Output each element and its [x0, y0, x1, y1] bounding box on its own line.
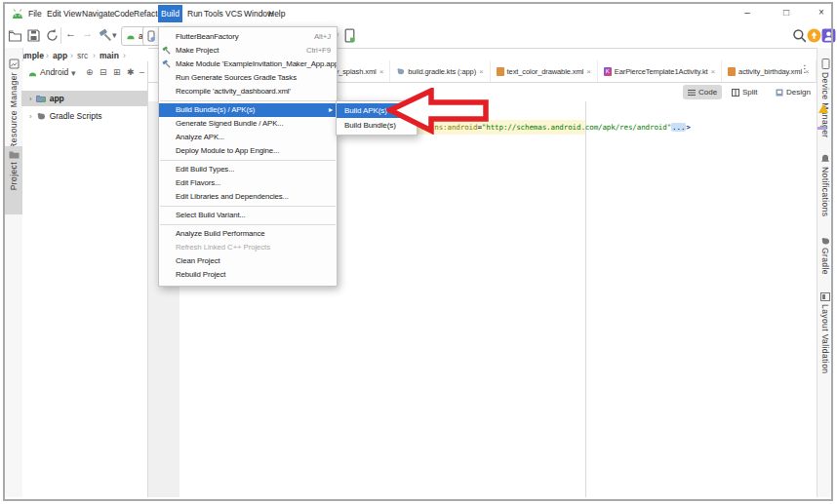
menu-item-label: Run Generate Sources Gradle Tasks [176, 73, 297, 82]
view-mode-code[interactable]: Code [683, 85, 722, 99]
tool-window-resource-manager[interactable]: Resource Manager [5, 58, 22, 149]
save-icon[interactable] [26, 28, 41, 43]
menu-item-edit-flavors[interactable]: Edit Flavors... [159, 176, 337, 190]
tree-row-gradle-scripts[interactable]: › Gradle Scripts [21, 108, 147, 124]
device-manager-icon [821, 58, 830, 69]
forward-arrow-icon[interactable]: → [82, 27, 93, 39]
tab-overflow-menu-icon[interactable]: ⋮ [800, 63, 810, 74]
android-studio-window: { "titlebar": { "menus": ["File","Edit",… [0, 0, 837, 504]
breadcrumb-app[interactable]: app [53, 50, 67, 61]
view-mode-label: Design [786, 85, 811, 99]
menu-build[interactable]: Build [158, 5, 182, 22]
tab-close-icon[interactable]: × [379, 67, 384, 76]
sync-icon[interactable] [45, 28, 60, 43]
locate-file-icon[interactable]: ⊕ [86, 67, 94, 77]
tab-text-color-drawable[interactable]: text_color_drawable.xml × [491, 60, 598, 82]
menu-item-label: Select Build Variant... [176, 211, 246, 219]
tab-label: EarPierceTemplate1Activity.kt [615, 67, 708, 76]
menu-item-rebuild-project[interactable]: Rebuild Project [159, 268, 337, 282]
menu-item-label: Deploy Module to App Engine... [176, 146, 279, 155]
menu-shortcut: Ctrl+F9 [306, 44, 331, 58]
menu-item-generate-signed-bundle[interactable]: Generate Signed Bundle / APK... [159, 117, 337, 131]
breadcrumb-separator: › [46, 50, 49, 61]
window-minimize-button[interactable]: – [739, 5, 755, 20]
android-xml-file-icon [497, 67, 504, 76]
user-avatar-icon[interactable] [821, 28, 836, 43]
breadcrumb-src[interactable]: src [77, 50, 88, 61]
gradle-scripts-icon [36, 112, 46, 120]
menu-item-label: Edit Libraries and Dependencies... [176, 192, 289, 201]
menu-item-analyze-apk[interactable]: Analyze APK... [159, 131, 337, 144]
search-everywhere-icon[interactable] [792, 28, 807, 43]
layout-validation-icon [820, 292, 830, 301]
menu-item-flutterbeanfactory[interactable]: FlutterBeanFactoryAlt+J [159, 30, 337, 44]
resource-manager-label: Resource Manager [9, 72, 19, 149]
menu-help[interactable]: Help [265, 5, 288, 22]
menu-item-recompile[interactable]: Recompile 'activity_dashboard.xml' [159, 85, 337, 98]
right-margin-guide [585, 101, 586, 497]
notifications-bell-icon [820, 154, 830, 164]
tool-window-gradle[interactable]: Gradle [817, 237, 834, 275]
tree-chevron-icon[interactable]: › [29, 112, 32, 121]
tab-build-gradle[interactable]: build.gradle.kts (:app) × [390, 60, 490, 82]
menu-item-clean-project[interactable]: Clean Project [159, 254, 337, 268]
code-folded-region[interactable]: ... [671, 123, 686, 132]
open-folder-icon[interactable] [8, 28, 22, 43]
gradle-file-icon [396, 67, 405, 75]
menu-item-label: Edit Build Types... [176, 165, 234, 174]
menu-item-make-module[interactable]: Make Module 'ExampleInvitation_Maker_App… [159, 58, 337, 71]
update-notification-icon[interactable] [807, 28, 821, 43]
tab-close-icon[interactable]: × [711, 67, 716, 76]
resource-manager-icon [9, 58, 20, 69]
device-manager-toolbar-icon[interactable] [342, 28, 357, 43]
app-module-folder-icon [36, 95, 46, 102]
window-maximize-button[interactable]: □ [778, 5, 794, 20]
menu-item-select-build-variant[interactable]: Select Build Variant... [159, 209, 337, 222]
tree-chevron-icon[interactable]: › [29, 95, 32, 103]
kotlin-file-icon: K [604, 67, 612, 76]
menu-item-label: Generate Signed Bundle / APK... [176, 119, 283, 128]
breadcrumb-main[interactable]: main [100, 50, 119, 61]
tab-earpierce-activity[interactable]: K EarPierceTemplate1Activity.kt × [598, 60, 722, 82]
tree-row-app[interactable]: › app [21, 91, 147, 106]
view-mode-label: Code [698, 85, 717, 99]
menu-item-analyze-build-performance[interactable]: Analyze Build Performance [159, 227, 337, 241]
view-mode-split[interactable]: Split [727, 85, 763, 99]
menu-item-label: Clean Project [176, 256, 220, 265]
menu-item-label: Refresh Linked C++ Projects [176, 243, 270, 252]
hammer-dropdown-arrow-icon[interactable]: ▾ [112, 30, 117, 40]
red-annotation-arrow [386, 88, 490, 135]
menu-item-deploy-module[interactable]: Deploy Module to App Engine... [159, 144, 337, 158]
expand-all-icon[interactable]: ⊞ [113, 67, 121, 77]
tool-window-layout-validation[interactable]: Layout Validation [817, 292, 834, 373]
menu-item-edit-libraries[interactable]: Edit Libraries and Dependencies... [159, 190, 337, 204]
window-close-button[interactable]: × [814, 5, 829, 20]
collapse-all-icon[interactable]: ⊟ [100, 67, 107, 77]
notifications-label: Notifications [820, 167, 830, 217]
menu-item-run-generate-sources[interactable]: Run Generate Sources Gradle Tasks [159, 71, 337, 85]
menu-separator [160, 160, 336, 161]
tab-close-icon[interactable]: × [586, 67, 591, 76]
tab-label: text_color_drawable.xml [507, 67, 584, 76]
hide-panel-icon[interactable]: – [140, 67, 144, 77]
tab-close-icon[interactable]: × [479, 67, 484, 76]
menu-shortcut: Alt+J [314, 30, 331, 44]
tool-window-project[interactable]: Project [5, 146, 22, 214]
build-hammer-icon[interactable] [99, 28, 113, 43]
inspection-warning-icon[interactable] [818, 104, 828, 113]
back-arrow-icon[interactable]: ← [65, 27, 76, 39]
tool-window-notifications[interactable]: Notifications [817, 154, 834, 217]
menu-item-label: Build APK(s) [344, 106, 387, 115]
panel-settings-gear-icon[interactable]: ✱ [127, 67, 135, 77]
menu-item-build-bundles-apks[interactable]: Build Bundle(s) / APK(s)▸ [159, 103, 337, 117]
project-view-selector[interactable]: Android [40, 67, 68, 77]
view-mode-design[interactable]: Design [771, 85, 816, 99]
menu-item-make-project[interactable]: Make ProjectCtrl+F9 [159, 44, 337, 58]
split-view-icon [732, 89, 739, 97]
menu-file[interactable]: File [25, 5, 45, 22]
project-view-dropdown-arrow-icon[interactable]: ▾ [71, 68, 76, 78]
menu-item-edit-build-types[interactable]: Edit Build Types... [159, 163, 337, 176]
breadcrumb-separator: › [70, 50, 73, 61]
tree-label-gradle-scripts: Gradle Scripts [50, 111, 102, 121]
breadcrumb-separator: › [93, 50, 96, 61]
